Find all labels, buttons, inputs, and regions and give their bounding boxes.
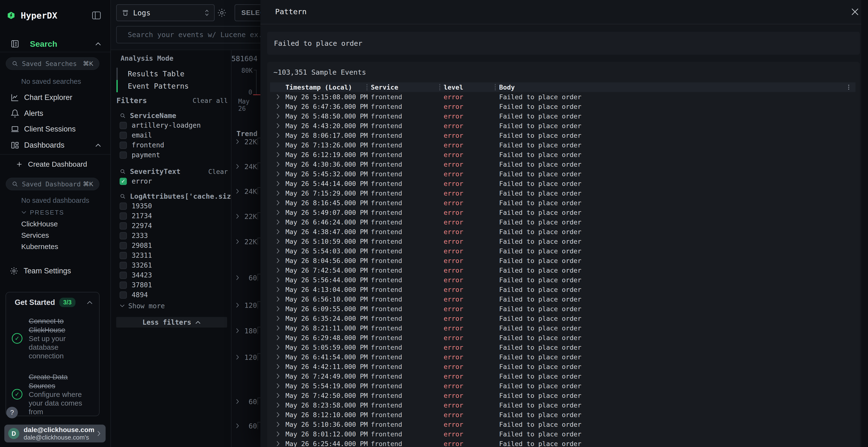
filter-option[interactable]: email (117, 130, 228, 140)
expand-chevron-icon[interactable] (270, 364, 283, 370)
sidebar-item-alerts[interactable]: Alerts (0, 106, 111, 121)
user-card[interactable]: D dale@clickhouse.com dale@clickhouse.co… (4, 424, 105, 442)
column-header-service[interactable]: Service (367, 83, 439, 91)
search-icon[interactable] (120, 113, 126, 118)
sample-event-row[interactable]: May 26 4:38:47.000 PM frontend error Fai… (270, 227, 856, 237)
sample-event-row[interactable]: May 26 7:42:54.000 PM frontend error Fai… (270, 265, 856, 275)
sample-event-row[interactable]: May 26 4:13:04.000 PM frontend error Fai… (270, 285, 856, 294)
pattern-row[interactable]: 60 (231, 397, 260, 406)
filter-option[interactable]: 22974 (117, 221, 228, 231)
sample-event-row[interactable]: May 26 5:10:36.000 PM frontend error Fai… (270, 419, 856, 429)
sample-event-row[interactable]: May 26 7:15:29.000 PM frontend error Fai… (270, 188, 856, 198)
checkbox[interactable] (120, 252, 127, 259)
expand-chevron-icon[interactable] (235, 213, 240, 219)
sample-event-row[interactable]: May 26 8:06:17.000 PM frontend error Fai… (270, 131, 856, 140)
expand-chevron-icon[interactable] (270, 392, 283, 399)
expand-chevron-icon[interactable] (235, 328, 240, 334)
expand-chevron-icon[interactable] (235, 239, 240, 244)
pattern-row[interactable]: 22K (231, 211, 260, 221)
expand-chevron-icon[interactable] (270, 142, 283, 148)
presets-toggle[interactable]: PRESETS (21, 208, 64, 217)
sample-event-row[interactable]: May 26 7:13:26.000 PM frontend error Fai… (270, 140, 856, 150)
column-header-level[interactable]: level (439, 83, 495, 91)
checkbox-checked[interactable]: ✓ (120, 178, 127, 185)
sample-event-row[interactable]: May 26 6:09:55.000 PM frontend error Fai… (270, 304, 856, 314)
sample-event-row[interactable]: May 26 4:42:11.000 PM frontend error Fai… (270, 362, 856, 371)
filter-option[interactable]: 32311 (117, 250, 228, 260)
filter-option[interactable]: 37801 (117, 280, 228, 290)
expand-chevron-icon[interactable] (270, 277, 283, 283)
saved-searches-input[interactable] (22, 60, 81, 67)
sample-event-row[interactable]: May 26 5:48:50.000 PM frontend error Fai… (270, 111, 856, 121)
sample-event-row[interactable]: May 26 6:12:19.000 PM frontend error Fai… (270, 150, 856, 160)
mode-results-table[interactable]: Results Table (117, 68, 218, 80)
expand-chevron-icon[interactable] (270, 200, 283, 206)
sidebar-item-dashboards[interactable]: Dashboards (0, 138, 111, 152)
filter-option[interactable]: 21734 (117, 211, 228, 221)
mode-event-patterns[interactable]: Event Patterns (117, 80, 218, 92)
column-header-timestamp[interactable]: Timestamp (Local) (283, 83, 367, 91)
sample-event-row[interactable]: May 26 6:46:24.000 PM frontend error Fai… (270, 217, 856, 227)
sample-event-row[interactable]: May 26 5:49:07.000 PM frontend error Fai… (270, 208, 856, 217)
expand-chevron-icon[interactable] (270, 373, 283, 379)
expand-chevron-icon[interactable] (270, 383, 283, 389)
sample-event-row[interactable]: May 26 5:15:08.000 PM frontend error Fai… (270, 92, 856, 102)
sample-event-row[interactable]: May 26 5:10:59.000 PM frontend error Fai… (270, 237, 856, 246)
checkbox[interactable] (120, 291, 127, 299)
get-started-header[interactable]: Get Started 3/3 (15, 298, 93, 307)
filter-option-error[interactable]: ✓ error (117, 176, 228, 186)
source-settings-gear-icon[interactable] (217, 8, 227, 18)
sample-event-row[interactable]: May 26 8:21:11.000 PM frontend error Fai… (270, 323, 856, 333)
pattern-row[interactable]: 120 (231, 352, 260, 362)
sample-event-row[interactable]: May 26 5:54:03.000 PM frontend error Fai… (270, 246, 856, 256)
saved-dashboards-input[interactable] (22, 180, 81, 188)
sample-event-row[interactable]: May 26 5:56:44.000 PM frontend error Fai… (270, 275, 856, 285)
expand-chevron-icon[interactable] (270, 286, 283, 293)
preset-item[interactable]: Services (21, 230, 58, 241)
sample-event-row[interactable]: May 26 8:04:56.000 PM frontend error Fai… (270, 256, 856, 265)
expand-chevron-icon[interactable] (270, 219, 283, 225)
expand-chevron-icon[interactable] (270, 421, 283, 427)
pattern-row[interactable]: 24K (231, 162, 260, 171)
sample-event-row[interactable]: May 26 5:05:59.000 PM frontend error Fai… (270, 342, 856, 352)
expand-chevron-icon[interactable] (270, 267, 283, 273)
expand-chevron-icon[interactable] (270, 209, 283, 215)
column-header-body[interactable]: Body (495, 83, 856, 91)
expand-chevron-icon[interactable] (270, 344, 283, 350)
expand-chevron-icon[interactable] (270, 94, 283, 100)
expand-chevron-icon[interactable] (270, 248, 283, 254)
checkbox[interactable] (120, 222, 127, 230)
expand-chevron-icon[interactable] (270, 123, 283, 129)
sample-event-row[interactable]: May 26 6:35:24.000 PM frontend error Fai… (270, 314, 856, 323)
expand-chevron-icon[interactable] (270, 412, 283, 418)
pattern-row[interactable]: 24K (231, 186, 260, 196)
checkbox[interactable] (120, 203, 127, 210)
sample-event-row[interactable]: May 26 4:43:20.000 PM frontend error Fai… (270, 121, 856, 131)
filter-option[interactable]: 29081 (117, 241, 228, 250)
search-icon[interactable] (120, 194, 126, 199)
expand-chevron-icon[interactable] (270, 180, 283, 187)
filter-option[interactable]: 2333 (117, 231, 228, 241)
sample-event-row[interactable]: May 26 5:45:32.000 PM frontend error Fai… (270, 169, 856, 179)
expand-chevron-icon[interactable] (270, 315, 283, 321)
filter-option[interactable]: 33261 (117, 260, 228, 270)
sample-event-row[interactable]: May 26 6:29:48.000 PM frontend error Fai… (270, 333, 856, 342)
search-icon[interactable] (120, 169, 126, 174)
expand-chevron-icon[interactable] (235, 139, 240, 144)
expand-chevron-icon[interactable] (270, 296, 283, 302)
expand-chevron-icon[interactable] (235, 275, 240, 281)
sidebar-collapse-icon[interactable] (92, 11, 101, 20)
expand-chevron-icon[interactable] (235, 423, 240, 429)
sample-event-row[interactable]: May 26 6:47:36.000 PM frontend error Fai… (270, 102, 856, 111)
checkbox[interactable] (120, 272, 127, 279)
checkbox[interactable] (120, 151, 127, 159)
expand-chevron-icon[interactable] (270, 190, 283, 196)
chevron-up-icon[interactable] (95, 143, 101, 147)
checkbox[interactable] (120, 281, 127, 289)
checkbox[interactable] (120, 122, 127, 129)
sample-event-row[interactable]: May 26 8:23:58.000 PM frontend error Fai… (270, 400, 856, 410)
source-select-dropdown[interactable]: Logs (116, 4, 215, 21)
sidebar-item-chart-explorer[interactable]: Chart Explorer (0, 91, 111, 105)
expand-chevron-icon[interactable] (235, 399, 240, 404)
help-button[interactable]: ? (6, 407, 18, 418)
